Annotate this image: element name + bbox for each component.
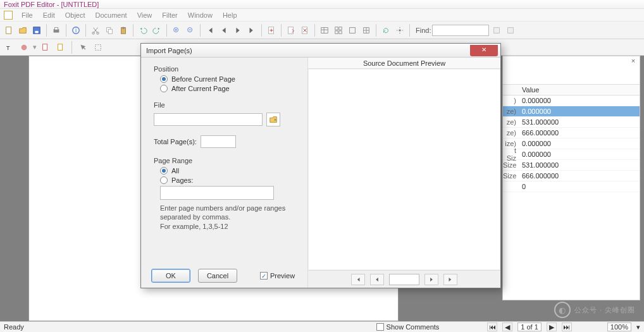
- delete-page-icon[interactable]: [299, 24, 311, 37]
- svg-rect-4: [54, 27, 58, 30]
- ok-button[interactable]: OK: [151, 269, 190, 283]
- separator: [133, 24, 133, 37]
- copy-icon[interactable]: [103, 24, 116, 37]
- select-tool-icon[interactable]: [77, 41, 89, 54]
- properties-panel: × Value )0.000000 ze)0.000000 ze)531.000…: [502, 56, 640, 300]
- table-row[interactable]: ze)531.000000: [503, 117, 640, 128]
- menu-filter[interactable]: Filter: [158, 11, 181, 20]
- total-pages-input[interactable]: [201, 135, 236, 148]
- page-select[interactable]: [389, 274, 419, 285]
- zoom-out-icon[interactable]: [184, 24, 197, 37]
- snap-icon[interactable]: [360, 24, 373, 37]
- dialog-form: Position Before Current Page After Curre…: [141, 58, 308, 288]
- svg-rect-26: [508, 27, 514, 33]
- prev-page-icon[interactable]: ◀: [502, 323, 512, 331]
- svg-rect-10: [108, 29, 112, 34]
- info-icon[interactable]: i: [70, 24, 82, 37]
- table-row[interactable]: 0: [503, 181, 640, 192]
- save-icon[interactable]: [30, 24, 43, 37]
- dialog-title-bar[interactable]: Import Page(s) ✕: [141, 44, 500, 58]
- link-tool-icon[interactable]: [54, 41, 67, 54]
- separator: [71, 41, 72, 54]
- browse-button[interactable]: [266, 113, 280, 126]
- next-page-icon[interactable]: [232, 24, 244, 37]
- first-page-icon[interactable]: ⏮: [487, 323, 497, 331]
- main-toolbar: i Find:: [0, 22, 644, 39]
- before-current-radio[interactable]: Before Current Page: [160, 75, 297, 83]
- next-page-icon[interactable]: ▶: [547, 323, 557, 331]
- separator: [66, 24, 66, 37]
- show-comments-checkbox[interactable]: Show Comments: [376, 323, 440, 331]
- next-page-icon[interactable]: [424, 274, 438, 285]
- last-page-icon[interactable]: [443, 274, 457, 285]
- cancel-button[interactable]: Cancel: [198, 269, 237, 283]
- cut-icon[interactable]: [89, 24, 102, 37]
- pages-radio[interactable]: Pages:: [160, 176, 297, 184]
- svg-rect-0: [6, 27, 11, 34]
- menu-edit[interactable]: Edit: [39, 11, 59, 20]
- first-page-icon[interactable]: [204, 24, 216, 37]
- zoom-in-icon[interactable]: [170, 24, 183, 37]
- print-icon[interactable]: [50, 24, 63, 37]
- insert-page-icon[interactable]: [265, 24, 278, 37]
- all-pages-radio[interactable]: All: [160, 167, 297, 175]
- grid-icon[interactable]: [332, 24, 345, 37]
- last-page-icon[interactable]: ⏭: [562, 323, 572, 331]
- paste-icon[interactable]: [117, 24, 130, 37]
- redo-icon[interactable]: [151, 24, 163, 37]
- file-input[interactable]: [154, 113, 263, 126]
- thumb-icon[interactable]: [346, 24, 359, 37]
- table-row[interactable]: ze)666.000000: [503, 128, 640, 138]
- table-row[interactable]: ze)0.000000: [503, 106, 640, 117]
- panel-rows: )0.000000 ze)0.000000 ze)531.000000 ze)6…: [503, 95, 640, 192]
- svg-text:T: T: [6, 44, 10, 51]
- refresh-icon[interactable]: [380, 24, 392, 37]
- close-icon[interactable]: ✕: [470, 45, 498, 56]
- edit-tool-icon[interactable]: [39, 41, 52, 54]
- zoom-dropdown-icon[interactable]: ▾: [636, 323, 640, 331]
- find-prev-icon[interactable]: [490, 24, 503, 37]
- svg-point-28: [22, 44, 27, 50]
- pages-input[interactable]: [160, 186, 274, 200]
- find-input[interactable]: [432, 25, 489, 36]
- table-row[interactable]: t Siz0.000000: [503, 149, 640, 160]
- first-page-icon[interactable]: [351, 274, 365, 285]
- prev-page-icon[interactable]: [370, 274, 384, 285]
- marquee-tool-icon[interactable]: [92, 41, 104, 54]
- close-icon[interactable]: ×: [629, 58, 637, 65]
- dropdown-icon[interactable]: ▾: [33, 43, 37, 51]
- file-group-label: File: [154, 101, 297, 109]
- svg-rect-21: [335, 30, 338, 33]
- menu-bar: File Edit Object Document View Filter Wi…: [0, 9, 644, 22]
- zoom-indicator[interactable]: 100%: [607, 323, 631, 331]
- find-next-icon[interactable]: [504, 24, 517, 37]
- menu-view[interactable]: View: [133, 11, 156, 20]
- table-row[interactable]: Size666.000000: [503, 171, 640, 181]
- menu-file[interactable]: File: [18, 11, 37, 20]
- preview-checkbox[interactable]: Preview: [260, 272, 295, 280]
- svg-rect-31: [96, 44, 101, 50]
- radio-icon: [160, 167, 168, 175]
- table-row[interactable]: Size531.000000: [503, 160, 640, 171]
- table-row[interactable]: )0.000000: [503, 95, 640, 106]
- preview-pane: Source Document Preview: [308, 58, 500, 288]
- undo-icon[interactable]: [137, 24, 149, 37]
- menu-window[interactable]: Window: [184, 11, 216, 20]
- menu-object[interactable]: Object: [61, 11, 89, 20]
- menu-help[interactable]: Help: [219, 11, 241, 20]
- new-icon[interactable]: [3, 24, 15, 37]
- table-row[interactable]: ize)0.000000: [503, 138, 640, 149]
- open-icon[interactable]: [16, 24, 29, 37]
- after-current-radio[interactable]: After Current Page: [160, 85, 297, 92]
- text-tool-icon[interactable]: T: [3, 41, 15, 54]
- options-icon[interactable]: [393, 24, 406, 37]
- layout-icon[interactable]: [318, 24, 331, 37]
- prev-page-icon[interactable]: [218, 24, 230, 37]
- page-indicator[interactable]: 1 of 1: [517, 323, 542, 331]
- panel-column-header: Value: [503, 84, 640, 95]
- svg-rect-29: [43, 44, 47, 50]
- last-page-icon[interactable]: [245, 24, 258, 37]
- menu-document[interactable]: Document: [92, 11, 131, 20]
- shape-tool-icon[interactable]: [18, 41, 30, 54]
- import-page-icon[interactable]: [285, 24, 297, 37]
